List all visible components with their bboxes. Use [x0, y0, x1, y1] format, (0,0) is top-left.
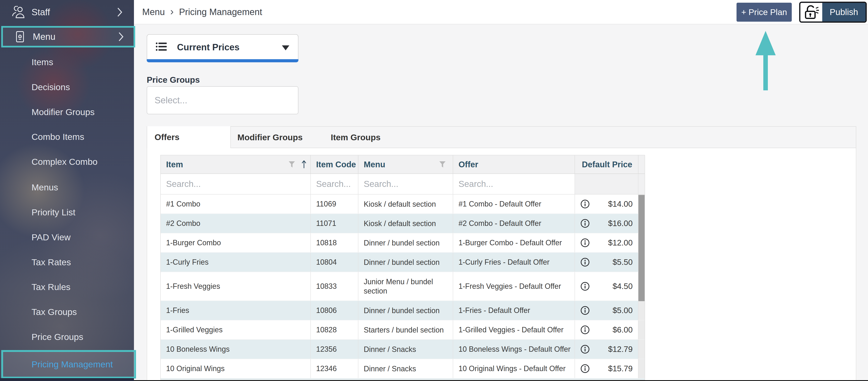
- item-cell: #1 Combo: [161, 195, 311, 213]
- default-price-cell: $15.79: [575, 359, 639, 378]
- tab-offers[interactable]: Offers: [147, 126, 231, 149]
- column-header-menu[interactable]: Menu: [359, 155, 453, 174]
- table-row[interactable]: 1-Curly Fries 10804 Dinner / bundel sect…: [161, 253, 645, 272]
- sidebar-bottom-strip: [0, 378, 134, 381]
- annotation-box-pricing-management: Pricing Management: [1, 350, 136, 379]
- sidebar-item-menu[interactable]: Menu: [3, 28, 133, 46]
- default-price-cell: $12.79: [575, 340, 639, 359]
- breadcrumb-separator-icon: ›: [170, 5, 174, 19]
- sidebar-item-staff[interactable]: Staff: [0, 0, 134, 24]
- sidebar-item-tax-groups[interactable]: Tax Groups: [32, 306, 77, 318]
- item-cell: 1-Burger Combo: [161, 233, 311, 252]
- column-header-offer[interactable]: Offer: [453, 155, 575, 174]
- table-row[interactable]: 1-Fries 10806 Dinner / bundel section 1-…: [161, 301, 645, 320]
- info-icon[interactable]: [580, 219, 590, 228]
- sidebar-item-priority-list[interactable]: Priority List: [32, 206, 75, 218]
- unlock-button[interactable]: [800, 3, 822, 22]
- column-header-default-price[interactable]: Default Price: [575, 155, 639, 174]
- column-header-label: Item: [166, 160, 183, 169]
- item-cell: 10 Boneless Wings: [161, 340, 311, 359]
- sidebar-item-price-groups[interactable]: Price Groups: [32, 331, 83, 343]
- chevron-down-icon: [282, 46, 289, 50]
- price-value: $5.00: [613, 306, 633, 315]
- chevron-right-icon: [118, 32, 124, 42]
- info-icon[interactable]: [580, 199, 590, 209]
- sidebar-item-complex-combo[interactable]: Complex Combo: [32, 155, 97, 168]
- menu-icon: [15, 30, 25, 43]
- list-icon: [156, 42, 167, 52]
- publish-group: Publish: [799, 2, 867, 23]
- sidebar-item-items[interactable]: Items: [32, 56, 53, 68]
- info-icon[interactable]: [580, 282, 590, 291]
- filter-icon[interactable]: [438, 160, 446, 169]
- sidebar-item-decisions[interactable]: Decisions: [32, 81, 70, 93]
- item-code-search-input[interactable]: [311, 174, 358, 194]
- offer-search-input[interactable]: [453, 174, 575, 194]
- chevron-right-icon: [117, 7, 123, 17]
- table-row[interactable]: 1-Fresh Veggies 10833 Junior Menu / bund…: [161, 272, 645, 301]
- item-search-input[interactable]: [161, 174, 310, 194]
- offer-cell: #1 Combo - Default Offer: [453, 195, 575, 213]
- staff-icon: [11, 6, 25, 18]
- breadcrumb-menu[interactable]: Menu: [142, 7, 165, 17]
- menu-search-input[interactable]: [359, 174, 453, 194]
- sidebar-item-modifier-groups[interactable]: Modifier Groups: [32, 106, 95, 118]
- table-header-row: Item Item Code Menu: [161, 155, 645, 174]
- breadcrumb-current-page: Pricing Management: [179, 7, 262, 17]
- offer-cell: 1-Grilled Veggies - Default Offer: [453, 320, 575, 339]
- info-icon[interactable]: [580, 325, 590, 334]
- price-view-dropdown[interactable]: Current Prices: [147, 34, 299, 62]
- table-row[interactable]: #2 Combo 11071 Kiosk / default section #…: [161, 214, 645, 233]
- table-row[interactable]: 1-Grilled Veggies 10828 Starters / bunde…: [161, 320, 645, 340]
- item-cell: 10 Original Wings: [161, 359, 311, 378]
- header-gutter: [639, 155, 645, 174]
- menu-cell: Dinner / Snacks: [359, 359, 453, 378]
- row-gutter: [639, 301, 645, 320]
- item-code-cell: 12346: [311, 359, 359, 378]
- column-header-label: Menu: [364, 160, 385, 169]
- item-code-cell: 12356: [311, 340, 359, 359]
- price-value: $6.00: [613, 325, 633, 334]
- tab-modifier-groups[interactable]: Modifier Groups: [238, 127, 303, 148]
- search-cell: [161, 174, 311, 194]
- tab-item-groups[interactable]: Item Groups: [331, 127, 380, 148]
- menu-cell: Kiosk / default section: [359, 214, 453, 233]
- sidebar-item-label: Menu: [33, 32, 56, 42]
- info-icon[interactable]: [580, 258, 590, 267]
- info-icon[interactable]: [580, 238, 590, 247]
- sidebar: Staff Menu Items Decis: [0, 0, 134, 381]
- column-header-item[interactable]: Item: [161, 155, 311, 174]
- table-row[interactable]: 10 Original Wings 12346 Dinner / Snacks …: [161, 359, 645, 379]
- table-row[interactable]: 1-Burger Combo 10818 Dinner / bundel sec…: [161, 233, 645, 253]
- column-header-item-code[interactable]: Item Code: [311, 155, 359, 174]
- partial-next-row: [161, 379, 645, 380]
- default-price-cell: $16.00: [575, 214, 639, 233]
- info-icon[interactable]: [580, 345, 590, 354]
- sidebar-item-pad-view[interactable]: PAD View: [32, 231, 71, 243]
- default-price-cell: $14.00: [575, 195, 639, 213]
- sidebar-item-pricing-management[interactable]: Pricing Management: [32, 359, 113, 370]
- sidebar-item-tax-rules[interactable]: Tax Rules: [32, 281, 70, 293]
- info-icon[interactable]: [580, 364, 590, 373]
- topbar: Menu › Pricing Management + Price Plan P…: [134, 0, 868, 24]
- table-scrollbar-thumb[interactable]: [639, 195, 645, 301]
- item-cell: 1-Fries: [161, 301, 311, 320]
- table-row[interactable]: 10 Boneless Wings 12356 Dinner / Snacks …: [161, 340, 645, 359]
- sidebar-item-tax-rates[interactable]: Tax Rates: [32, 256, 71, 268]
- add-price-plan-button[interactable]: + Price Plan: [737, 3, 792, 22]
- sort-asc-icon[interactable]: [301, 160, 307, 169]
- search-cell: [359, 174, 453, 194]
- info-icon[interactable]: [580, 306, 590, 315]
- sidebar-item-combo-items[interactable]: Combo Items: [32, 130, 84, 143]
- publish-button[interactable]: Publish: [822, 3, 866, 22]
- sidebar-item-menus[interactable]: Menus: [32, 181, 58, 194]
- item-cell: 1-Fresh Veggies: [161, 272, 311, 300]
- tab-label: Offers: [155, 133, 180, 142]
- table-row[interactable]: #1 Combo 11069 Kiosk / default section #…: [161, 195, 645, 214]
- breadcrumb: Menu › Pricing Management: [142, 0, 262, 24]
- filter-icon[interactable]: [288, 160, 296, 169]
- menu-cell: Dinner / bundel section: [359, 301, 453, 320]
- price-groups-select[interactable]: [147, 86, 299, 114]
- item-code-cell: 10818: [311, 233, 359, 252]
- menu-cell: Kiosk / default section: [359, 195, 453, 213]
